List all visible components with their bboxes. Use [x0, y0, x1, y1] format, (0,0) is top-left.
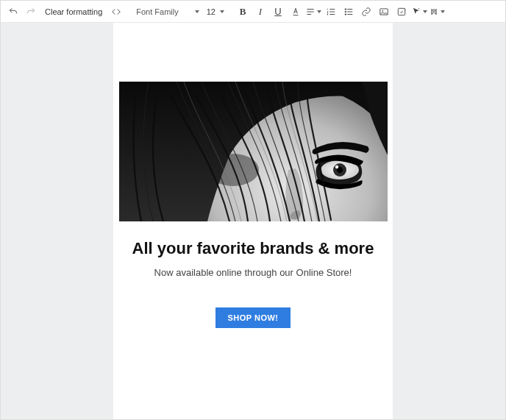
chevron-down-icon [441, 10, 445, 13]
font-family-select[interactable]: Font Family [130, 4, 202, 20]
insert-image-button[interactable] [376, 4, 392, 20]
chevron-down-icon [423, 10, 427, 13]
svg-point-4 [382, 10, 383, 11]
cursor-magic-button[interactable] [411, 4, 427, 20]
text-color-button[interactable] [288, 4, 304, 20]
editor-canvas[interactable]: All your favorite brands & more Now avai… [1, 23, 505, 419]
svg-point-11 [433, 9, 435, 11]
svg-point-0 [345, 8, 346, 10]
smart-content-button[interactable] [393, 4, 410, 20]
email-page: All your favorite brands & more Now avai… [113, 23, 393, 419]
font-size-select[interactable]: 12 [204, 4, 227, 20]
code-view-button[interactable] [108, 4, 124, 20]
paragraph-format-button[interactable] [305, 4, 321, 20]
font-family-label: Font Family [136, 7, 178, 16]
svg-point-10 [418, 10, 418, 10]
hero-image[interactable] [119, 82, 388, 221]
svg-point-18 [335, 165, 338, 168]
redo-button[interactable] [23, 4, 39, 20]
chevron-down-icon [220, 10, 224, 13]
svg-point-6 [404, 8, 405, 9]
clear-formatting-button[interactable]: Clear formatting [40, 4, 107, 20]
insert-link-button[interactable] [358, 4, 374, 20]
subline-text[interactable]: Now available online through our Online … [154, 267, 352, 278]
headline-text[interactable]: All your favorite brands & more [132, 239, 374, 258]
editor-frame: Clear formatting Font Family 12 B I U [0, 0, 506, 420]
chevron-down-icon [317, 10, 321, 13]
svg-rect-5 [398, 8, 405, 15]
toolbar: Clear formatting Font Family 12 B I U [1, 1, 505, 23]
undo-button[interactable] [5, 4, 21, 20]
svg-point-2 [345, 13, 346, 15]
underline-button[interactable]: U [270, 4, 286, 20]
svg-point-1 [345, 11, 346, 13]
italic-button[interactable]: I [252, 4, 268, 20]
shop-now-button[interactable]: SHOP NOW! [215, 307, 290, 328]
svg-point-7 [405, 10, 406, 10]
bold-button[interactable]: B [235, 4, 251, 20]
svg-point-9 [419, 10, 420, 10]
personalization-button[interactable] [429, 4, 445, 20]
ordered-list-button[interactable] [323, 4, 339, 20]
unordered-list-button[interactable] [341, 4, 357, 20]
chevron-down-icon [195, 10, 199, 13]
clear-formatting-label: Clear formatting [45, 7, 102, 16]
svg-point-8 [418, 7, 419, 8]
font-size-value: 12 [207, 7, 215, 16]
